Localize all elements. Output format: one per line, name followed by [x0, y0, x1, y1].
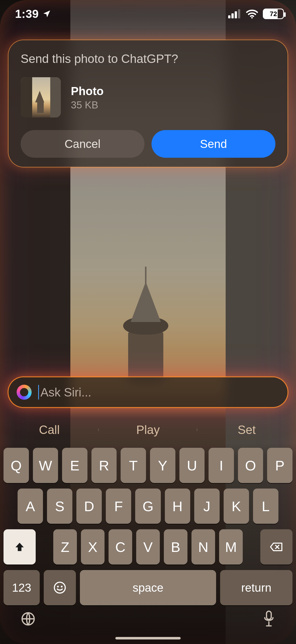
key-f[interactable]: F [106, 489, 131, 524]
share-to-chatgpt-sheet: Send this photo to ChatGPT? Photo 35 KB … [9, 40, 287, 167]
location-icon [42, 9, 51, 18]
key-t[interactable]: T [121, 448, 146, 483]
key-m[interactable]: M [219, 529, 243, 565]
quicktype-suggestions: Call Play Set [0, 415, 296, 444]
cancel-button[interactable]: Cancel [21, 130, 144, 158]
key-d[interactable]: D [76, 489, 102, 524]
key-q[interactable]: Q [4, 448, 29, 483]
key-v[interactable]: V [136, 529, 160, 565]
svg-point-7 [61, 586, 63, 587]
cellular-icon [228, 9, 241, 18]
wifi-icon [246, 9, 258, 19]
key-y[interactable]: Y [150, 448, 175, 483]
key-o[interactable]: O [238, 448, 263, 483]
svg-rect-3 [238, 9, 240, 18]
suggestion-play[interactable]: Play [99, 423, 198, 437]
clock: 1:39 [15, 7, 39, 21]
key-l[interactable]: L [253, 489, 278, 524]
key-i[interactable]: I [209, 448, 234, 483]
battery-percent: 72 [270, 10, 277, 18]
siri-text-input[interactable] [38, 385, 279, 399]
key-a[interactable]: A [18, 489, 43, 524]
svg-rect-9 [267, 611, 271, 620]
siri-input-bar[interactable] [9, 377, 287, 407]
key-shift[interactable] [4, 529, 36, 565]
key-k[interactable]: K [224, 489, 249, 524]
svg-point-4 [251, 17, 253, 19]
suggestion-call[interactable]: Call [0, 423, 99, 437]
svg-rect-1 [231, 13, 234, 18]
keyboard: Q W E R T Y U I O P A S D F G H J K L Z … [0, 444, 296, 644]
key-x[interactable]: X [81, 529, 105, 565]
key-r[interactable]: R [91, 448, 117, 483]
key-c[interactable]: C [109, 529, 132, 565]
svg-rect-0 [228, 15, 230, 18]
key-z[interactable]: Z [53, 529, 77, 565]
key-backspace[interactable] [260, 529, 292, 565]
globe-icon[interactable] [20, 611, 36, 628]
key-n[interactable]: N [191, 529, 215, 565]
key-w[interactable]: W [33, 448, 58, 483]
key-u[interactable]: U [179, 448, 205, 483]
status-bar: 1:39 72 [0, 0, 296, 28]
key-e[interactable]: E [62, 448, 87, 483]
sheet-title: Send this photo to ChatGPT? [21, 52, 275, 66]
keyboard-bottom-bar [0, 600, 296, 644]
key-s[interactable]: S [47, 489, 72, 524]
key-p[interactable]: P [267, 448, 292, 483]
home-indicator[interactable] [115, 637, 181, 639]
key-j[interactable]: J [194, 489, 220, 524]
attachment-row: Photo 35 KB [21, 77, 275, 117]
siri-orb-icon [17, 385, 32, 400]
svg-point-5 [54, 582, 65, 593]
attachment-name: Photo [71, 84, 104, 98]
send-button[interactable]: Send [152, 130, 275, 158]
key-h[interactable]: H [165, 489, 190, 524]
svg-rect-2 [235, 11, 237, 18]
svg-point-6 [57, 586, 59, 587]
key-b[interactable]: B [164, 529, 187, 565]
attachment-thumbnail[interactable] [21, 77, 61, 117]
attachment-size: 35 KB [71, 99, 104, 111]
key-g[interactable]: G [135, 489, 161, 524]
dictation-mic-icon[interactable] [262, 610, 276, 629]
suggestion-set[interactable]: Set [197, 423, 296, 437]
battery-indicator: 72 [263, 9, 284, 19]
